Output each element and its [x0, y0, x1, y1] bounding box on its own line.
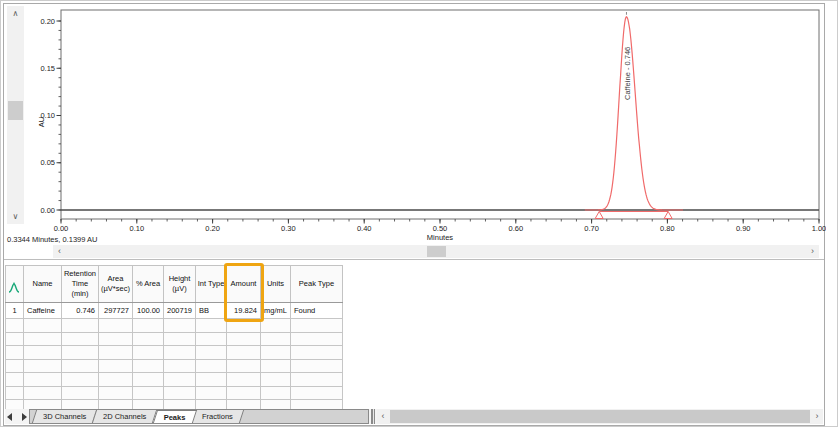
- table-cell[interactable]: [290, 346, 342, 360]
- column-header-int-type[interactable]: Int Type: [196, 266, 227, 303]
- column-header-retention[interactable]: Retention Time (min): [62, 266, 99, 303]
- table-cell[interactable]: [196, 346, 227, 360]
- table-cell[interactable]: [99, 332, 133, 346]
- table-cell[interactable]: [62, 386, 99, 400]
- table-cell[interactable]: [133, 346, 164, 360]
- table-cell[interactable]: [164, 386, 196, 400]
- table-cell[interactable]: [290, 319, 342, 333]
- table-cell[interactable]: [196, 359, 227, 373]
- table-cell[interactable]: [164, 373, 196, 387]
- table-cell[interactable]: [261, 332, 291, 346]
- table-cell[interactable]: [133, 319, 164, 333]
- table-cell[interactable]: [99, 359, 133, 373]
- table-cell[interactable]: [227, 319, 261, 333]
- table-cell[interactable]: [24, 359, 62, 373]
- table-cell[interactable]: mg/mL: [261, 303, 291, 319]
- table-cell[interactable]: [99, 346, 133, 360]
- scroll-up-icon[interactable]: ∧: [7, 6, 24, 21]
- table-cell[interactable]: 1: [6, 303, 24, 319]
- table-cell[interactable]: [227, 332, 261, 346]
- table-cell[interactable]: [196, 386, 227, 400]
- column-header-peak-type[interactable]: Peak Type: [290, 266, 342, 303]
- tab-splitter-handle[interactable]: [371, 409, 375, 424]
- table-cell[interactable]: [133, 386, 164, 400]
- table-cell[interactable]: [261, 319, 291, 333]
- table-cell[interactable]: [227, 373, 261, 387]
- table-cell[interactable]: [6, 373, 24, 387]
- table-cell[interactable]: [24, 332, 62, 346]
- tab-scroll-right-icon[interactable]: [22, 413, 27, 421]
- table-cell[interactable]: [6, 359, 24, 373]
- table-horizontal-scrollbar[interactable]: ‹ ›: [377, 409, 823, 424]
- table-cell[interactable]: [196, 332, 227, 346]
- tab-scroll-left-icon[interactable]: [7, 413, 12, 421]
- table-cell[interactable]: [227, 359, 261, 373]
- chromatogram-plot[interactable]: 0.200.150.100.050.000.000.100.200.300.40…: [4, 4, 826, 244]
- table-cell[interactable]: [261, 346, 291, 360]
- table-cell[interactable]: [261, 359, 291, 373]
- table-cell[interactable]: BB: [196, 303, 227, 319]
- table-cell[interactable]: 100.00: [133, 303, 164, 319]
- table-cell[interactable]: 297727: [99, 303, 133, 319]
- column-header-area[interactable]: Area (µV*sec): [99, 266, 133, 303]
- table-cell[interactable]: [227, 386, 261, 400]
- table-cell[interactable]: [6, 332, 24, 346]
- table-cell[interactable]: [133, 332, 164, 346]
- table-cell[interactable]: [290, 386, 342, 400]
- table-cell[interactable]: [99, 319, 133, 333]
- table-cell[interactable]: 0.746: [62, 303, 99, 319]
- table-cell[interactable]: [62, 332, 99, 346]
- table-cell[interactable]: [290, 373, 342, 387]
- table-cell[interactable]: [99, 386, 133, 400]
- scroll-right-icon[interactable]: ›: [806, 245, 819, 258]
- tab-3d-channels[interactable]: 3D Channels: [32, 410, 98, 423]
- vertical-scroll-thumb[interactable]: [8, 101, 23, 120]
- scroll-left-icon[interactable]: ‹: [53, 245, 66, 258]
- table-scroll-thumb[interactable]: [390, 410, 810, 423]
- tab-fractions[interactable]: Fractions: [191, 410, 244, 423]
- table-cell[interactable]: [164, 346, 196, 360]
- tab-peaks[interactable]: Peaks: [153, 410, 197, 423]
- table-cell[interactable]: [133, 359, 164, 373]
- column-header-height[interactable]: Height (µV): [164, 266, 196, 303]
- table-cell[interactable]: [24, 373, 62, 387]
- peaks-table[interactable]: NameRetention Time (min)Area (µV*sec)% A…: [5, 265, 343, 414]
- table-corner-cell[interactable]: [6, 266, 24, 303]
- table-cell[interactable]: [62, 359, 99, 373]
- table-cell[interactable]: [164, 319, 196, 333]
- table-cell[interactable]: [196, 319, 227, 333]
- table-cell[interactable]: [6, 346, 24, 360]
- table-cell[interactable]: [62, 373, 99, 387]
- table-cell[interactable]: [133, 373, 164, 387]
- table-scroll-right-icon[interactable]: ›: [811, 409, 823, 424]
- table-cell[interactable]: [62, 346, 99, 360]
- table-cell[interactable]: [261, 386, 291, 400]
- table-cell[interactable]: 19.824: [227, 303, 261, 319]
- table-cell[interactable]: 200719: [164, 303, 196, 319]
- column-header--area[interactable]: % Area: [133, 266, 164, 303]
- table-cell[interactable]: [164, 332, 196, 346]
- table-cell[interactable]: [24, 346, 62, 360]
- table-cell[interactable]: Found: [290, 303, 342, 319]
- horizontal-scroll-thumb[interactable]: [427, 246, 446, 257]
- column-header-amount[interactable]: Amount: [227, 266, 261, 303]
- table-cell[interactable]: [6, 319, 24, 333]
- scroll-down-icon[interactable]: ∨: [7, 209, 24, 224]
- table-cell[interactable]: [24, 319, 62, 333]
- table-cell[interactable]: [261, 373, 291, 387]
- table-cell[interactable]: [6, 386, 24, 400]
- chart-horizontal-scrollbar[interactable]: ‹ ›: [53, 245, 819, 258]
- table-cell[interactable]: Caffeine: [24, 303, 62, 319]
- table-cell[interactable]: [164, 359, 196, 373]
- column-header-units[interactable]: Units: [261, 266, 291, 303]
- table-cell[interactable]: [99, 373, 133, 387]
- table-scroll-left-icon[interactable]: ‹: [377, 409, 389, 424]
- chart-vertical-scrollbar[interactable]: ∧ ∨: [7, 6, 24, 224]
- table-cell[interactable]: [62, 319, 99, 333]
- table-cell[interactable]: [290, 332, 342, 346]
- table-cell[interactable]: [196, 373, 227, 387]
- tab-2d-channels[interactable]: 2D Channels: [92, 410, 158, 423]
- column-header-name[interactable]: Name: [24, 266, 62, 303]
- table-cell[interactable]: [24, 386, 62, 400]
- table-cell[interactable]: [227, 346, 261, 360]
